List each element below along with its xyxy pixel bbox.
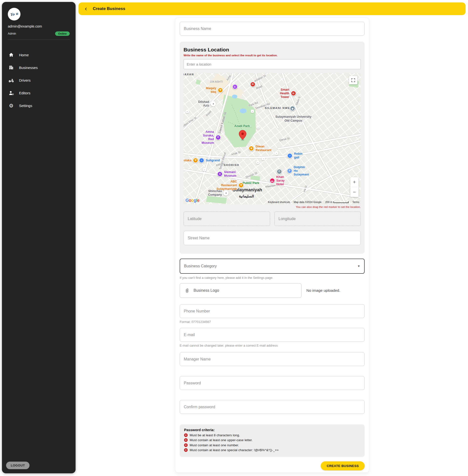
map-poi-label: Smart Health Tower (280, 88, 289, 99)
map-poi-place-icon[interactable]: ●Shinchau Company (223, 190, 229, 196)
page-title: Create Business (93, 6, 125, 11)
map-attribution: Keyboard shortcuts Map data ©2024 Google… (268, 201, 359, 203)
map-poi-museum-icon[interactable]: ΠSlemani Museum (217, 171, 222, 177)
map-poi-label: Suligrand (206, 159, 220, 162)
map-poi-museum-icon[interactable]: ΠAmna Suraka, Red Museum (216, 135, 221, 140)
manager-name-input[interactable] (180, 352, 365, 366)
circle-x-icon: × (184, 443, 188, 447)
criteria-item-label: Must contain at least one number. (190, 443, 239, 447)
sidebar-item-settings[interactable]: ⚙ Settings (2, 99, 75, 112)
confirm-password-field[interactable] (180, 400, 365, 414)
sidebar-item-editors[interactable]: ⚙ Editors (2, 87, 75, 99)
bus-stop-icon[interactable]: ▪ (256, 126, 260, 129)
map-poi-place-icon[interactable]: ●Dilshad Aziz (211, 101, 216, 106)
map-poi-restaurant-icon[interactable]: ΨSaholaka (193, 158, 198, 163)
business-name-input[interactable] (180, 22, 365, 36)
person-gear-icon: ⚙ (8, 90, 14, 96)
map-label: Azadi Park (234, 124, 250, 128)
map-poi-restaurant-icon[interactable]: ΨABC Restaurant Sulaymaniyah (238, 183, 244, 188)
map-fullscreen-button[interactable] (349, 76, 357, 84)
email-field[interactable] (180, 328, 365, 342)
bus-stop-icon[interactable]: ▪ (186, 110, 189, 113)
map-scale-bar (334, 201, 349, 203)
password-field[interactable] (180, 376, 365, 390)
category-helper-text: If you can't find a category here, pleas… (180, 276, 365, 280)
fullscreen-icon (351, 78, 355, 82)
map-poi-label: Saholaka (184, 159, 191, 162)
circle-x-icon: × (184, 448, 188, 452)
location-search-input[interactable] (184, 59, 361, 69)
criteria-item: × Must contain at least one number. (184, 443, 360, 447)
email-helper: E-mail cannot be changed later. please e… (180, 344, 365, 347)
street-name-input[interactable] (184, 231, 361, 245)
map-label: السليمانية (239, 194, 254, 198)
back-icon[interactable]: ‹ (85, 5, 87, 12)
sidebar-item-businesses[interactable]: Businesses (2, 61, 75, 74)
create-business-button[interactable]: CREATE BUSINESS (321, 461, 365, 470)
page-header: ‹ Create Business (78, 2, 466, 15)
circle-x-icon: × (184, 433, 188, 437)
location-section-title: Business Location (184, 47, 361, 53)
map-poi-shop-icon[interactable]: ▪Rebin gall (287, 153, 292, 159)
map-label: BAXAN (184, 73, 194, 76)
user-email: admin@example.com (8, 24, 70, 28)
sidebar-menu: Home Businesses Drivers ⚙ Editors (2, 48, 75, 112)
user-role: Admin (8, 32, 16, 35)
map-poi-restaurant-icon[interactable]: ΨMaqaly bbq (218, 87, 223, 93)
create-business-card: Business Location Write the name of the … (175, 17, 369, 473)
criteria-item-label: Must be at least 8 characters long. (190, 433, 240, 437)
criteria-item: × Must contain at least one special char… (184, 448, 360, 452)
google-logo: Google (186, 198, 199, 203)
sidebar-header: To u admin@example.com Admin Online (2, 2, 75, 40)
bus-stop-icon[interactable]: ▪ (203, 168, 206, 171)
map-poi-hotel-icon[interactable]: ▬Khan Saray Hotel (270, 178, 275, 183)
map-poi-mosque-icon[interactable]: ☪ (232, 84, 238, 89)
map-poi-restaurant-icon[interactable]: ΨDiwan Restaurant (249, 146, 254, 151)
terms-link[interactable]: Terms (352, 201, 359, 203)
bus-stop-icon[interactable]: ▪ (256, 161, 259, 164)
map-scale: 200 m (325, 201, 349, 203)
logout-button[interactable]: LOGOUT (6, 462, 29, 469)
map-poi-parking-icon[interactable]: PDolphin Ho Sulaymani (287, 168, 292, 173)
bus-stop-icon[interactable]: ▪ (275, 152, 278, 155)
map-poi-school-icon[interactable]: ◆ (290, 106, 295, 111)
business-category-placeholder: Business Category (184, 264, 217, 268)
zoom-out-button[interactable]: − (350, 187, 359, 197)
keyboard-shortcuts-link[interactable]: Keyboard shortcuts (268, 201, 290, 203)
map-label: Public Park (243, 181, 259, 185)
map-poi-bank-icon[interactable]: Π (277, 169, 282, 174)
bus-stop-icon[interactable]: ▪ (262, 157, 265, 160)
circle-x-icon: × (184, 438, 188, 442)
sidebar-item-label: Home (19, 53, 29, 57)
map-canvas[interactable]: + − Google Keyboard shortcuts Map data ©… (184, 73, 361, 204)
latitude-field[interactable] (184, 212, 270, 226)
map-poi-hospital-icon[interactable]: HSmart Health Tower (291, 91, 296, 96)
page: To u admin@example.com Admin Online Home… (0, 0, 468, 476)
map-poi-label: Slemani Museum (224, 170, 236, 178)
map-poi-label: Dilshad Aziz (198, 100, 209, 107)
sidebar-item-label: Settings (19, 104, 32, 108)
map-poi-label: Amna Suraka, Red Museum (202, 130, 214, 145)
map-poi-label: ABC Restaurant Sulaymaniyah (217, 180, 237, 191)
status-badge: Online (55, 31, 70, 36)
business-category-select[interactable]: Business Category ▼ (180, 259, 365, 274)
map-poi-label: Dolphin Ho Sulaymani (294, 165, 309, 176)
sidebar-item-drivers[interactable]: Drivers (2, 74, 75, 87)
paperclip-icon (184, 288, 190, 293)
business-logo-upload-button[interactable]: Business Logo (180, 283, 302, 298)
password-criteria-title: Password criteria: (184, 428, 360, 432)
sidebar-item-home[interactable]: Home (2, 48, 75, 61)
phone-number-input[interactable] (180, 304, 365, 318)
map-poi-hospital-icon[interactable]: H (250, 82, 255, 87)
business-logo-label: Business Logo (193, 288, 219, 293)
longitude-field[interactable] (275, 212, 361, 226)
sidebar-item-label: Drivers (19, 78, 31, 82)
criteria-item-label: Must contain at least one special charac… (190, 448, 278, 452)
scooter-icon (8, 77, 14, 83)
bus-stop-icon[interactable]: ▪ (251, 110, 254, 113)
map-poi-label: Rebin gall (294, 152, 303, 159)
map-scale-label: 200 m (325, 201, 332, 203)
map-poi-shop-icon[interactable]: ▪Suligrand (199, 158, 204, 163)
zoom-in-button[interactable]: + (350, 177, 359, 187)
map-poi-label: Shinchau Company (208, 189, 222, 197)
